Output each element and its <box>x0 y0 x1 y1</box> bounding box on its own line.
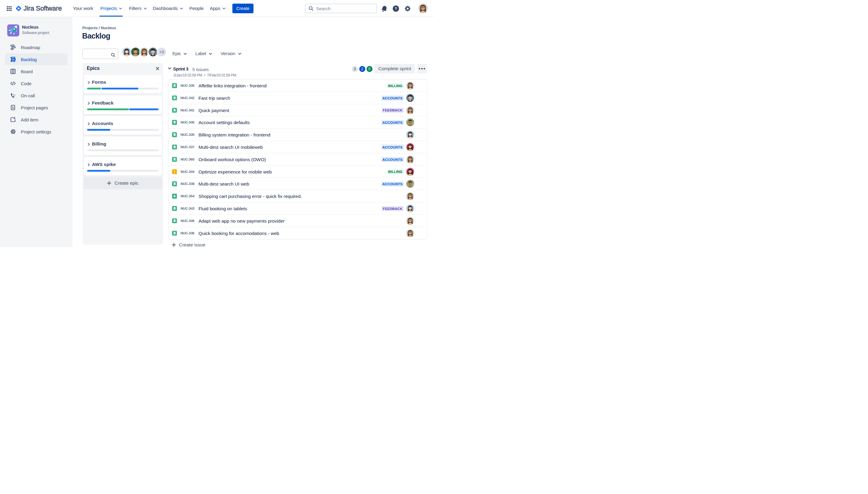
svg-text:?: ? <box>395 6 397 11</box>
